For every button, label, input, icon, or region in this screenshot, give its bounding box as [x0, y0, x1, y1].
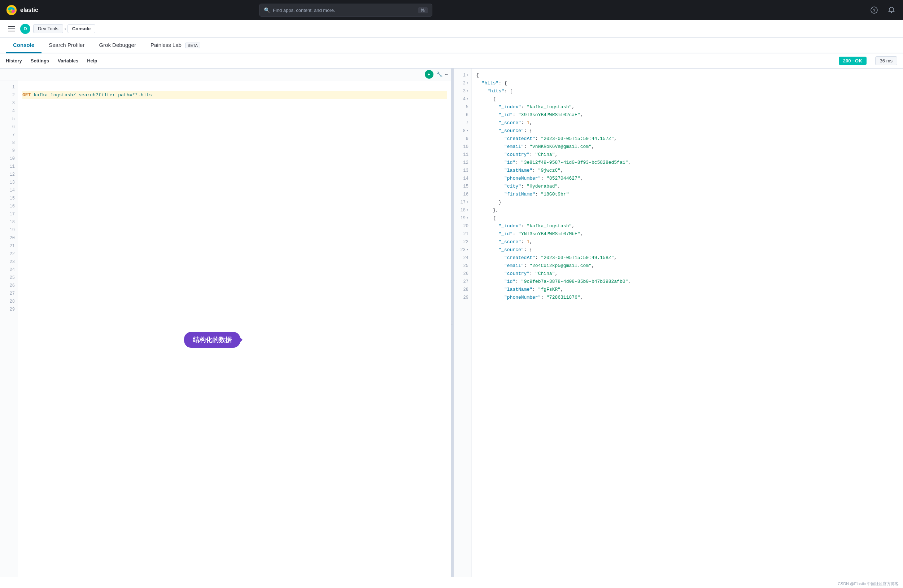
notifications-icon[interactable] [886, 4, 897, 16]
variables-button[interactable]: Variables [58, 58, 78, 63]
code-line-9 [22, 147, 447, 155]
output-line-26: "country": "China", [476, 270, 899, 278]
code-line-14 [22, 187, 447, 194]
code-line-10 [22, 155, 447, 163]
fold-icon-1[interactable]: ▾ [466, 71, 469, 79]
code-line-7 [22, 131, 447, 139]
beta-badge: BETA [185, 42, 200, 49]
output-line-28: "lastName": "fgFsKR", [476, 286, 899, 294]
output-line-27: "id": "9c9feb7a-3878-4d08-85b0-b47b3982a… [476, 278, 899, 286]
output-line-8: "_source": { [476, 127, 899, 135]
breadcrumb-console[interactable]: Console [68, 24, 95, 33]
wrench-icon[interactable]: 🔧 [436, 71, 442, 78]
tab-search-profiler[interactable]: Search Profiler [41, 38, 92, 53]
code-line-11 [22, 163, 447, 171]
output-line-3: "hits": [ [476, 87, 899, 95]
code-editor[interactable]: GET kafka_logstash/_search?filter_path=*… [18, 80, 451, 577]
tab-bar: Console Search Profiler Grok Debugger Pa… [0, 38, 903, 53]
run-button[interactable]: ▶ [425, 70, 433, 78]
breadcrumb-bar: D Dev Tools › Console [0, 20, 903, 38]
time-badge: 36 ms [875, 56, 897, 65]
code-line-8 [22, 139, 447, 147]
code-line-22 [22, 250, 447, 258]
search-placeholder: Find apps, content, and more. [273, 8, 415, 13]
expand-icon[interactable]: ⋯ [445, 71, 448, 78]
line-numbers: 1 2 3 4 5 6 7 8 9 10 11 12 13 14 15 16 1… [0, 80, 18, 577]
breadcrumb-dev-tools[interactable]: Dev Tools [33, 24, 63, 33]
top-navigation: elastic 🔍 Find apps, content, and more. … [0, 0, 903, 20]
history-button[interactable]: History [6, 58, 22, 63]
output-line-23: "_source": { [476, 246, 899, 254]
fold-icon-18[interactable]: ▾ [466, 206, 469, 214]
output-line-10: "email": "vnNKRoK6Vs@gmail.com", [476, 143, 899, 151]
elastic-wordmark: elastic [20, 7, 38, 13]
fold-icon-19[interactable]: ▾ [466, 214, 469, 222]
global-search-bar[interactable]: 🔍 Find apps, content, and more. ⌘/ [259, 4, 433, 17]
output-line-numbers: 1▾ 2▾ 3▾ 4▾ 5 6 7 8▾ 9 10 11 12 13 14 15… [454, 69, 472, 577]
code-line-3 [22, 99, 447, 107]
output-line-12: "id": "3e812f49-9587-41d0-8f93-bc5828ed5… [476, 159, 899, 167]
svg-point-0 [6, 5, 17, 15]
code-line-28 [22, 298, 447, 306]
output-line-25: "email": "2o4Cxi2kp5@gmail.com", [476, 262, 899, 270]
code-line-29 [22, 306, 447, 314]
settings-button[interactable]: Settings [31, 58, 49, 63]
elastic-logo[interactable]: elastic [6, 4, 38, 16]
output-line-11: "country": "China", [476, 151, 899, 159]
code-line-17 [22, 210, 447, 218]
code-line-15 [22, 194, 447, 202]
output-line-19: { [476, 214, 899, 222]
tab-console[interactable]: Console [6, 38, 41, 53]
output-line-6: "_id": "X9l3soYB4PWRSmF02caE", [476, 111, 899, 119]
help-button[interactable]: Help [87, 58, 97, 63]
code-line-13 [22, 179, 447, 187]
output-content-area[interactable]: 1▾ 2▾ 3▾ 4▾ 5 6 7 8▾ 9 10 11 12 13 14 15… [454, 69, 903, 577]
editor-toolbar-bar: History Settings Variables Help 200 - OK… [0, 53, 903, 69]
svg-rect-10 [8, 31, 15, 31]
output-line-14: "phoneNumber": "8527044627", [476, 175, 899, 182]
user-avatar[interactable]: D [20, 24, 30, 34]
search-shortcut: ⌘/ [418, 7, 428, 13]
tab-grok-debugger[interactable]: Grok Debugger [92, 38, 143, 53]
code-line-20 [22, 234, 447, 242]
code-line-6 [22, 123, 447, 131]
svg-text:?: ? [873, 8, 876, 13]
fold-icon-17[interactable]: ▾ [466, 198, 469, 206]
code-line-1 [22, 83, 447, 91]
code-line-26 [22, 282, 447, 290]
output-line-9: "createdAt": "2023-03-05T15:50:44.157Z", [476, 135, 899, 143]
search-icon: 🔍 [264, 7, 270, 13]
output-line-13: "lastName": "9jwczC", [476, 167, 899, 175]
help-icon[interactable]: ? [868, 4, 880, 16]
hamburger-menu[interactable] [6, 23, 17, 34]
status-badge: 200 - OK [839, 56, 867, 65]
output-line-20: "_index": "kafka_logstash", [476, 222, 899, 230]
code-line-21 [22, 242, 447, 250]
fold-icon-3[interactable]: ▾ [466, 87, 469, 95]
output-line-22: "_score": 1, [476, 238, 899, 246]
output-pane: 1▾ 2▾ 3▾ 4▾ 5 6 7 8▾ 9 10 11 12 13 14 15… [454, 69, 903, 577]
code-line-23 [22, 258, 447, 266]
code-line-24 [22, 266, 447, 274]
fold-icon-4[interactable]: ▾ [466, 95, 469, 103]
svg-point-7 [891, 12, 892, 13]
output-line-29: "phoneNumber": "7286311876", [476, 294, 899, 301]
breadcrumb: Dev Tools › Console [33, 24, 95, 33]
fold-icon-23[interactable]: ▾ [466, 246, 469, 254]
editor-pane: ▶ 🔧 ⋯ 1 2 3 4 5 6 7 8 9 10 11 12 13 14 1… [0, 69, 452, 577]
code-line-16 [22, 202, 447, 210]
nav-icon-group: ? [868, 4, 897, 16]
code-line-2: GET kafka_logstash/_search?filter_path=*… [22, 91, 447, 99]
editor-container: ▶ 🔧 ⋯ 1 2 3 4 5 6 7 8 9 10 11 12 13 14 1… [0, 69, 903, 577]
tab-painless-lab[interactable]: Painless Lab BETA [143, 38, 208, 53]
output-line-17: } [476, 198, 899, 206]
output-line-4: { [476, 95, 899, 103]
editor-content-area[interactable]: 1 2 3 4 5 6 7 8 9 10 11 12 13 14 15 16 1… [0, 80, 451, 577]
output-line-24: "createdAt": "2023-03-05T15:50:49.158Z", [476, 254, 899, 262]
output-line-7: "_score": 1, [476, 119, 899, 127]
svg-rect-9 [8, 28, 15, 29]
code-line-12 [22, 171, 447, 179]
output-line-21: "_id": "YNl3soYB4PWRSmF07MbE", [476, 230, 899, 238]
fold-icon-2[interactable]: ▾ [466, 79, 469, 87]
fold-icon-8[interactable]: ▾ [466, 127, 469, 135]
